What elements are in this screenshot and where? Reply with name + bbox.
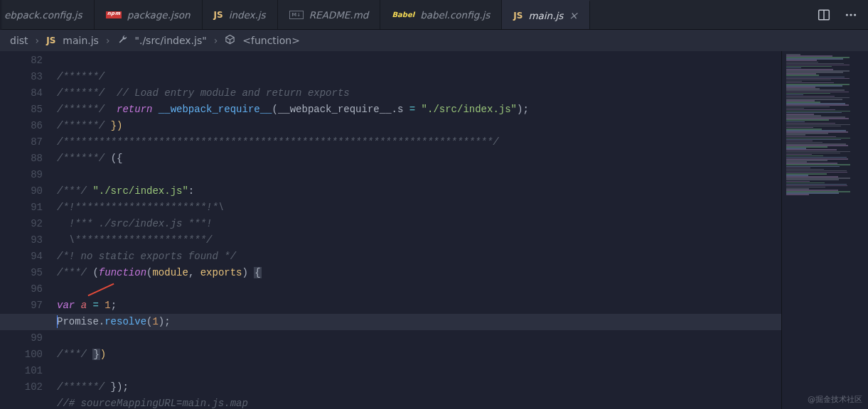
code-token: ) [100, 349, 106, 360]
line-number: 102 [0, 379, 43, 396]
file-label: README.md [309, 9, 369, 21]
wrench-icon [117, 34, 128, 47]
line-number: 86 [0, 118, 43, 134]
code-token: }) [111, 120, 123, 131]
line-number: 92 [0, 216, 43, 232]
svg-point-4 [854, 13, 856, 16]
code-token: . [99, 316, 105, 327]
code-area[interactable]: /******/ /******/ // Load entry module a… [57, 51, 781, 409]
code-token: /*!**********************!*\ [57, 202, 224, 213]
line-gutter[interactable]: 8283848586878889909192939495969798991001… [0, 51, 57, 409]
code-token: ; [111, 300, 117, 311]
code-token: __webpack_require__ [159, 104, 272, 115]
code-token: a [81, 300, 87, 311]
code-token: function [99, 267, 146, 278]
tab-readme[interactable]: M↓ README.md [278, 0, 381, 29]
line-number: 84 [0, 85, 43, 102]
line-number: 94 [0, 249, 43, 265]
code-token: "./src/index.js" [415, 104, 517, 115]
code-token: module [152, 267, 188, 278]
chevron-right-icon: › [36, 35, 40, 46]
svg-point-2 [846, 13, 848, 16]
breadcrumb-folder[interactable]: dist [10, 35, 28, 46]
line-number: 93 [0, 232, 43, 249]
tab-webpack-config[interactable]: ebpack.config.js [0, 0, 95, 29]
line-number: 90 [0, 183, 43, 200]
chevron-right-icon: › [106, 35, 110, 46]
line-number: 101 [0, 363, 43, 379]
breadcrumb-symbol[interactable]: "./src/index.js" [135, 35, 207, 46]
code-token: /***/ [57, 185, 87, 197]
line-number: 97 [0, 298, 43, 314]
code-token: /***/ [57, 267, 87, 278]
js-icon: JS [513, 11, 523, 21]
code-token: "./src/index.js" [87, 185, 188, 197]
file-label: babel.config.js [420, 9, 490, 21]
js-icon: JS [46, 36, 55, 45]
js-icon: JS [214, 10, 223, 20]
code-token: ); [159, 316, 171, 327]
more-actions-icon[interactable] [844, 8, 858, 22]
code-token: }); [105, 381, 129, 393]
code-token: return [117, 104, 152, 115]
tab-package-json[interactable]: package.json [95, 0, 203, 29]
line-number: 87 [0, 134, 43, 151]
code-token: ( [272, 104, 278, 115]
file-label: package.json [127, 9, 191, 21]
file-label: index.js [229, 9, 266, 21]
code-token: ); [517, 104, 529, 115]
code-token: __webpack_require__ [278, 104, 392, 115]
code-token: .s [392, 104, 409, 115]
line-number: 96 [0, 281, 43, 298]
svg-point-3 [850, 13, 852, 16]
line-number: 85 [0, 102, 43, 118]
breadcrumb-function[interactable]: <function> [242, 35, 300, 46]
close-icon[interactable]: × [569, 9, 578, 22]
code-token: { [254, 267, 261, 278]
code-token: Promise [57, 316, 99, 327]
cube-icon [225, 34, 235, 47]
red-strike-annotation [87, 283, 114, 297]
tab-index-js[interactable]: JS index.js [203, 0, 278, 29]
code-token: 1 [105, 300, 110, 311]
file-label: ebpack.config.js [4, 9, 82, 21]
line-number: 88 [0, 151, 43, 167]
watermark: @掘金技术社区 [808, 394, 862, 405]
code-token: var [57, 300, 75, 311]
code-token: \**********************/ [57, 234, 212, 246]
code-token [75, 300, 80, 311]
code-token: /******/ [57, 71, 105, 82]
code-token: ({ [111, 153, 123, 164]
split-editor-icon[interactable] [817, 8, 831, 22]
babel-icon: Babel [392, 11, 414, 18]
code-token: ) [242, 267, 254, 278]
code-token: resolve [105, 316, 146, 327]
chevron-right-icon: › [214, 35, 218, 46]
markdown-icon: M↓ [289, 11, 304, 19]
tab-main-js[interactable]: JS main.js × [502, 0, 590, 29]
code-token: , [188, 267, 200, 278]
code-token: = [409, 104, 415, 115]
code-token: ( [87, 267, 99, 278]
breadcrumb-file[interactable]: main.js [63, 35, 99, 46]
code-token: /*! no static exports found */ [57, 251, 236, 262]
tab-actions [807, 0, 868, 29]
npm-icon [106, 11, 122, 18]
line-number: 83 [0, 69, 43, 85]
code-token: !*** ./src/index.js ***! [57, 218, 212, 229]
breadcrumb[interactable]: dist › JS main.js › "./src/index.js" › <… [0, 30, 868, 51]
code-token: = [87, 300, 105, 311]
line-number: 99 [0, 330, 43, 347]
tab-babel-config[interactable]: Babel babel.config.js [380, 0, 502, 29]
code-token: /******/ [57, 87, 105, 99]
line-number: 89 [0, 167, 43, 183]
code-token: /***************************************… [57, 136, 499, 148]
text-cursor [57, 315, 58, 328]
editor: 8283848586878889909192939495969798991001… [0, 51, 868, 409]
line-number: 95 [0, 265, 43, 281]
code-token: : [188, 185, 194, 197]
line-number: 82 [0, 53, 43, 69]
file-label: main.js [528, 10, 563, 21]
line-number: 100 [0, 347, 43, 363]
minimap[interactable] [781, 51, 868, 409]
